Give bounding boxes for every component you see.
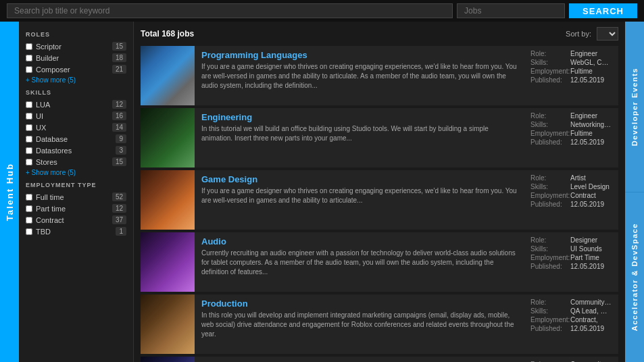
parttime-checkbox[interactable] <box>26 205 32 212</box>
role-label-3: Role: <box>530 236 568 244</box>
search-location-input[interactable] <box>457 3 565 18</box>
database-label: Database <box>36 135 68 143</box>
stores-count: 15 <box>112 157 126 166</box>
sidebar-item-fulltime[interactable]: Full time 52 <box>26 192 126 201</box>
main-area: Talent Hub ROLES Scriptor 15 Builder 18 … <box>0 22 644 362</box>
job-thumbnail-4 <box>141 294 195 354</box>
skills-value-0: WebGL, CSS, HT... <box>570 59 612 66</box>
stores-checkbox[interactable] <box>26 159 32 165</box>
composer-label: Composer <box>36 66 70 74</box>
sidebar-item-contract[interactable]: Contract 37 <box>26 215 126 224</box>
roles-section-title: ROLES <box>26 31 126 38</box>
ux-checkbox[interactable] <box>26 124 32 131</box>
ui-label: UI <box>36 112 43 120</box>
contract-checkbox[interactable] <box>26 217 32 224</box>
employment-value-0: Fultime <box>570 68 593 75</box>
fulltime-count: 52 <box>112 192 126 201</box>
job-description-4: In this role you will develop and implem… <box>201 311 517 339</box>
sidebar-item-database[interactable]: Database 9 <box>26 134 126 143</box>
fulltime-label: Full time <box>36 193 64 201</box>
job-info-0: Programming Languages If you are a game … <box>195 46 524 105</box>
published-value-0: 12.05.2019 <box>570 76 604 84</box>
employment-value-2: Contract <box>570 192 596 199</box>
roles-show-more[interactable]: + Show more (5) <box>26 76 126 84</box>
job-title-0[interactable]: Programming Languages <box>201 50 517 60</box>
job-title-3[interactable]: Audio <box>201 236 517 247</box>
job-thumbnail-3 <box>141 232 195 292</box>
stores-label: Stores <box>36 158 57 166</box>
role-value-1: Engineer <box>570 112 597 120</box>
composer-checkbox[interactable] <box>26 66 32 73</box>
sort-label: Sort by: <box>566 30 591 38</box>
total-jobs: Total 168 jobs <box>141 29 194 38</box>
database-checkbox[interactable] <box>26 136 32 143</box>
job-info-3: Audio Currently recruiting an audio engi… <box>195 232 524 292</box>
published-label-0: Published: <box>530 76 568 84</box>
contract-label: Contract <box>36 216 64 224</box>
sidebar-item-scriptor[interactable]: Scriptor 15 <box>26 42 126 51</box>
sidebar-item-lua[interactable]: LUA 12 <box>26 100 126 109</box>
published-value-1: 12.05.2019 <box>570 138 604 146</box>
sidebar-item-datastores[interactable]: Datastores 3 <box>26 146 126 155</box>
composer-count: 21 <box>112 65 126 74</box>
job-title-4[interactable]: Production <box>201 299 517 309</box>
ux-count: 14 <box>112 123 126 132</box>
job-description-0: If you are a game designer who thrives o… <box>201 62 517 90</box>
datastores-checkbox[interactable] <box>26 147 32 154</box>
role-value-0: Engineer <box>570 50 597 57</box>
tbd-label: TBD <box>36 228 51 236</box>
published-label-4: Published: <box>530 325 568 332</box>
ui-checkbox[interactable] <box>26 113 32 120</box>
job-info-2: Game Design If you are a game designer w… <box>195 170 524 230</box>
search-job-input[interactable] <box>7 3 453 18</box>
accelerator-devspace-tab[interactable]: Accelerator & DevSpace <box>625 192 644 363</box>
skills-label-1: Skills: <box>530 121 568 128</box>
skills-label-0: Skills: <box>530 59 568 66</box>
job-title-1[interactable]: Engineering <box>201 112 517 122</box>
fulltime-checkbox[interactable] <box>26 194 32 201</box>
employment-label-4: Employment: <box>530 316 568 324</box>
skills-show-more[interactable]: + Show more (5) <box>26 169 126 176</box>
sidebar-item-builder[interactable]: Builder 18 <box>26 53 126 62</box>
employment-label-0: Employment: <box>530 68 568 75</box>
job-thumbnail-2 <box>141 170 195 230</box>
sidebar-item-ux[interactable]: UX 14 <box>26 123 126 132</box>
top-search-bar: SEARCH <box>0 0 644 22</box>
job-description-3: Currently recruiting an audio engineer w… <box>201 249 517 277</box>
sidebar-item-ui[interactable]: UI 16 <box>26 111 126 120</box>
builder-checkbox[interactable] <box>26 55 32 61</box>
published-value-2: 12.05.2019 <box>570 201 604 208</box>
sidebar-item-parttime[interactable]: Part time 12 <box>26 204 126 213</box>
employment-section-title: EMPLOYMENT TYPE <box>26 182 126 188</box>
job-card-3: Audio Currently recruiting an audio engi… <box>141 232 618 292</box>
search-button[interactable]: SEARCH <box>569 3 637 18</box>
sidebar-item-tbd[interactable]: TBD 1 <box>26 227 126 236</box>
published-value-4: 12.05.2019 <box>570 325 604 332</box>
contract-count: 37 <box>112 215 126 224</box>
tbd-checkbox[interactable] <box>26 228 32 235</box>
right-tabs: Developer Events Accelerator & DevSpace <box>625 22 644 362</box>
role-label-4: Role: <box>530 299 568 306</box>
parttime-count: 12 <box>112 204 126 213</box>
job-thumbnail-5 <box>141 357 195 362</box>
job-meta-1: Role:Engineer Skills:Networking, Sec... … <box>524 108 618 167</box>
job-title-2[interactable]: Game Design <box>201 174 517 184</box>
skills-value-4: QA Lead, QA Te... <box>570 307 612 315</box>
role-label-1: Role: <box>530 112 568 120</box>
job-card-4: Production In this role you will develop… <box>141 294 618 354</box>
job-thumbnail-0 <box>141 46 195 105</box>
talent-hub-tab[interactable]: Talent Hub <box>0 22 19 362</box>
employment-label-3: Employment: <box>530 254 568 261</box>
lua-checkbox[interactable] <box>26 101 32 108</box>
scriptor-checkbox[interactable] <box>26 43 32 50</box>
accelerator-devspace-label: Accelerator & DevSpace <box>630 223 639 331</box>
sidebar-item-composer[interactable]: Composer 21 <box>26 65 126 74</box>
skills-label-3: Skills: <box>530 245 568 253</box>
developer-events-tab[interactable]: Developer Events <box>625 22 644 192</box>
sort-select[interactable] <box>597 27 618 41</box>
datastores-count: 3 <box>116 146 126 155</box>
sidebar-item-stores[interactable]: Stores 15 <box>26 157 126 166</box>
skills-label-4: Skills: <box>530 307 568 315</box>
job-info-1: Engineering In this tutorial we will bui… <box>195 108 524 167</box>
role-value-3: Designer <box>570 236 597 244</box>
